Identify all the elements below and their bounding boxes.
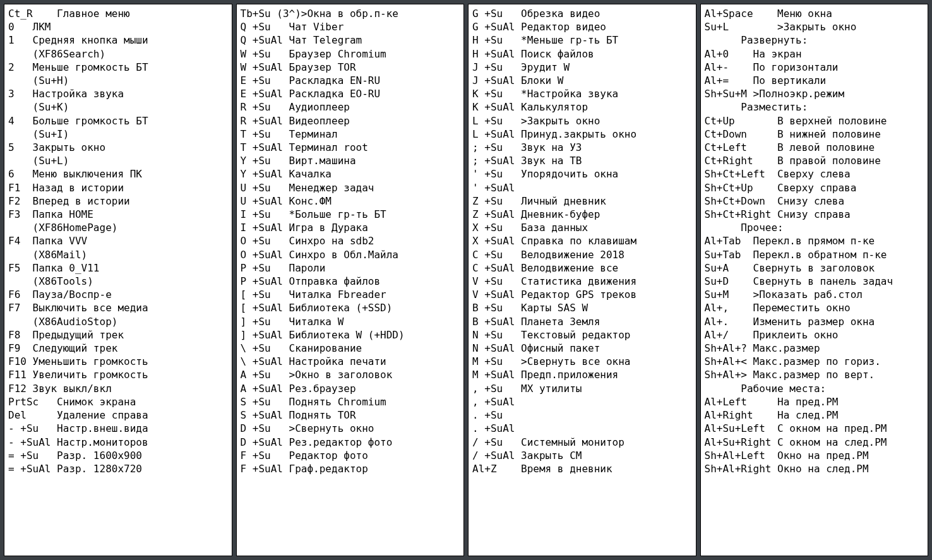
shortcut-line: E +SuAl Раскладка EO-RU	[241, 87, 462, 100]
shortcut-line: O +SuAl Синхро в Обл.Майла	[241, 248, 462, 261]
shortcut-line: S +Su Поднять Chromium	[241, 395, 462, 408]
shortcut-line: R +SuAl Видеоплеер	[241, 114, 462, 128]
shortcut-line: Y +Su Вирт.машина	[241, 154, 462, 167]
shortcut-line: PrtSc Снимок экрана	[8, 395, 229, 408]
shortcut-line: / +SuAl Закрыть СМ	[472, 449, 693, 462]
shortcut-line: J +SuAl Блоки W	[472, 74, 693, 87]
shortcut-line: E +Su Раскладка EN-RU	[241, 74, 462, 87]
shortcut-line: = +Su Разр. 1600x900	[8, 449, 229, 462]
shortcut-line: Al+Su+Right С окном на след.РМ	[705, 436, 926, 449]
shortcut-line: I +Su *Больше гр-ть БТ	[241, 208, 462, 221]
shortcut-line: F11 Увеличить громкость	[8, 368, 229, 381]
shortcut-line: / +Su Системный монитор	[472, 436, 693, 449]
panel-col1: Ct_R Главное меню0 ЛКМ1 Средняя кнопка м…	[4, 4, 232, 556]
shortcut-line: C +Su Велодвижение 2018	[472, 248, 693, 261]
shortcut-line: F10 Уменьшить громкость	[8, 355, 229, 368]
shortcut-line: Su+Tab Перекл.в обратном п-ке	[705, 248, 926, 261]
shortcut-line: O +Su Синхро на sdb2	[241, 234, 462, 247]
shortcut-line: ; +Su Звук на УЗ	[472, 141, 693, 154]
shortcut-line: Su+D Свернуть в панель задач	[705, 275, 926, 288]
shortcut-line: ] +SuAl Библиотека W (+HDD)	[241, 328, 462, 342]
shortcut-line: H +SuAl Поиск файлов	[472, 47, 693, 61]
shortcut-line: Sh+Ct+Up Сверху справа	[705, 181, 926, 194]
shortcut-line: P +SuAl Отправка файлов	[241, 275, 462, 288]
shortcut-line: T +Su Терминал	[241, 128, 462, 141]
shortcut-line: Al+. Изменить размер окна	[705, 315, 926, 328]
shortcut-line: . +SuAl	[472, 422, 693, 435]
panel-col2: Tb+Su (3^)>Окна в обр.п-кеQ +Su Чат Vibe…	[236, 4, 465, 556]
shortcut-line: - +Su Настр.внеш.вида	[8, 422, 229, 435]
shortcut-line: \ +SuAl Настройка печати	[241, 355, 462, 368]
shortcut-line: V +Su Статистика движения	[472, 275, 693, 288]
shortcut-line: = +SuAl Разр. 1280x720	[8, 462, 229, 475]
shortcut-line: Y +SuAl Качалка	[241, 167, 462, 181]
shortcut-line: K +SuAl Калькулятор	[472, 100, 693, 114]
shortcut-line: Al+Tab Перекл.в прямом п-ке	[705, 234, 926, 247]
shortcut-line: A +Su >Окно в заголовок	[241, 368, 462, 381]
shortcut-line: - +SuAl Настр.мониторов	[8, 436, 229, 449]
shortcut-line: Z +SuAl Дневник-буфер	[472, 208, 693, 221]
shortcut-line: Al+/ Приклеить окно	[705, 328, 926, 342]
shortcut-line: U +Su Менеджер задач	[241, 181, 462, 194]
shortcut-line: ' +Su Упорядочить окна	[472, 167, 693, 181]
shortcut-line: (X86Tools)	[8, 275, 229, 288]
shortcut-line: Al+= По вертикали	[705, 74, 926, 87]
shortcut-line: F1 Назад в истории	[8, 181, 229, 194]
shortcut-line: Al+Left На пред.РМ	[705, 395, 926, 408]
shortcut-line: ] +Su Читалка W	[241, 315, 462, 328]
shortcut-line: F +Su Редактор фото	[241, 449, 462, 462]
shortcut-line: Ct+Left В левой половине	[705, 141, 926, 154]
shortcut-line: F3 Папка HOME	[8, 208, 229, 221]
shortcut-line: Al+Space Меню окна	[705, 7, 926, 20]
shortcut-line: H +Su *Меньше гр-ть БТ	[472, 33, 693, 47]
shortcut-line: Tb+Su (3^)>Окна в обр.п-ке	[241, 7, 462, 20]
shortcut-line: N +SuAl Офисный пакет	[472, 342, 693, 355]
shortcut-line: Sh+Al+Left Окно на пред.РМ	[705, 449, 926, 462]
shortcut-line: V +SuAl Редактор GPS треков	[472, 288, 693, 301]
shortcut-line: T +SuAl Терминал root	[241, 141, 462, 154]
shortcut-line: F7 Выключить все медиа	[8, 301, 229, 314]
shortcut-line: (XF86Search)	[8, 47, 229, 61]
shortcut-line: Прочее:	[705, 221, 926, 234]
shortcut-line: Su+A Свернуть в заголовок	[705, 261, 926, 275]
shortcut-line: F12 Звук выкл/вкл	[8, 382, 229, 395]
shortcut-line: Su+L >Закрыть окно	[705, 20, 926, 33]
shortcut-line: 2 Меньше громкость БТ	[8, 61, 229, 74]
shortcut-line: Q +SuAl Чат Telegram	[241, 33, 462, 47]
shortcut-line: Sh+Al+< Макс.размер по гориз.	[705, 355, 926, 368]
shortcut-line: A +SuAl Рез.браузер	[241, 382, 462, 395]
shortcut-line: ' +SuAl	[472, 181, 693, 194]
shortcut-line: F5 Папка 0_V11	[8, 261, 229, 275]
shortcut-line: Del Удаление справа	[8, 408, 229, 422]
shortcut-line: Развернуть:	[705, 33, 926, 47]
shortcut-line: Z +Su Личный дневник	[472, 194, 693, 208]
shortcut-line: M +Su >Свернуть все окна	[472, 355, 693, 368]
shortcut-line: Рабочие места:	[705, 382, 926, 395]
shortcut-line: Su+M >Показать раб.стол	[705, 288, 926, 301]
shortcut-line: U +SuAl Конс.ФМ	[241, 194, 462, 208]
shortcut-line: N +Su Текстовый редактор	[472, 328, 693, 342]
shortcut-line: G +SuAl Редактор видео	[472, 20, 693, 33]
shortcut-line: G +Su Обрезка видео	[472, 7, 693, 20]
shortcut-line: X +Su База данных	[472, 221, 693, 234]
shortcut-line: Al+Z Время в дневник	[472, 462, 693, 475]
shortcut-line: Sh+Ct+Right Снизу справа	[705, 208, 926, 221]
shortcut-line: L +SuAl Принуд.закрыть окно	[472, 128, 693, 141]
shortcut-line: R +Su Аудиоплеер	[241, 100, 462, 114]
shortcut-line: Ct+Down В нижней половине	[705, 128, 926, 141]
shortcut-line: Ct+Up В верхней половине	[705, 114, 926, 128]
shortcut-line: Sh+Su+M >Полноэкр.режим	[705, 87, 926, 100]
shortcut-line: D +SuAl Рез.редактор фото	[241, 436, 462, 449]
shortcut-line: (X86Mail)	[8, 248, 229, 261]
shortcut-line: Ct_R Главное меню	[8, 7, 229, 20]
shortcut-line: Sh+Ct+Left Сверху слева	[705, 167, 926, 181]
shortcut-line: Al+- По горизонтали	[705, 61, 926, 74]
shortcut-line: X +SuAl Справка по клавишам	[472, 234, 693, 247]
panel-col4: Al+Space Меню окнаSu+L >Закрыть окно Раз…	[700, 4, 929, 556]
shortcut-line: S +SuAl Поднять TOR	[241, 408, 462, 422]
shortcut-line: (Su+I)	[8, 128, 229, 141]
cheatsheet-grid: Ct_R Главное меню0 ЛКМ1 Средняя кнопка м…	[0, 0, 932, 560]
shortcut-line: 6 Меню выключения ПК	[8, 167, 229, 181]
shortcut-line: \ +Su Сканирование	[241, 342, 462, 355]
shortcut-line: I +SuAl Игра в Дурака	[241, 221, 462, 234]
